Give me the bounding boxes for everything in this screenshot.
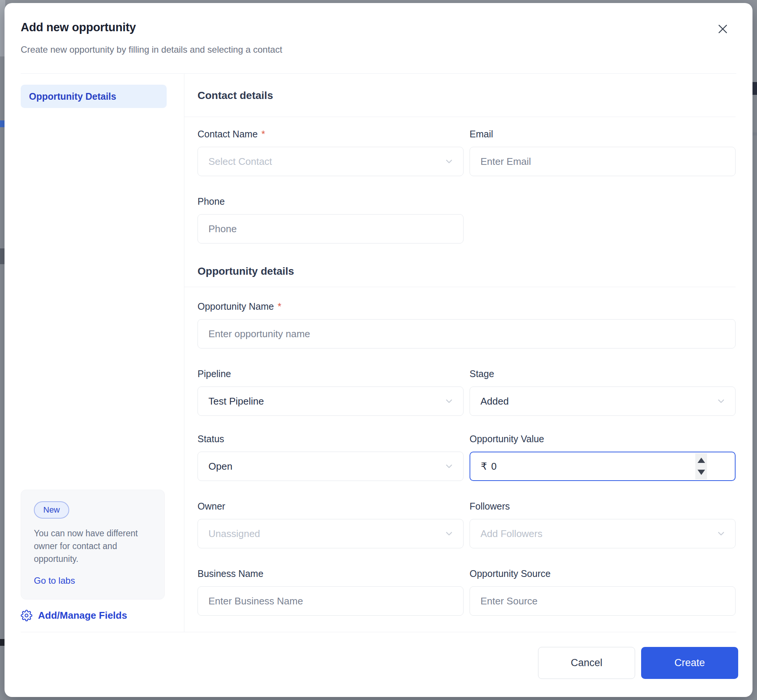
owner-field-group: Owner Unassigned [198, 500, 464, 548]
contact-details-heading: Contact details [198, 89, 735, 102]
sidebar-item-label: Opportunity Details [29, 91, 116, 102]
business-name-field[interactable] [198, 586, 464, 616]
stepper-down-button[interactable] [698, 470, 705, 475]
add-opportunity-modal: Add new opportunity Create new opportuni… [5, 3, 752, 697]
number-stepper [695, 453, 707, 480]
stage-label: Stage [470, 368, 735, 379]
status-label: Status [198, 433, 464, 444]
promo-text: You can now have different owner for con… [34, 527, 158, 565]
cancel-button[interactable]: Cancel [538, 647, 635, 679]
owner-label: Owner [198, 500, 464, 512]
gear-icon [21, 610, 32, 621]
header-divider [21, 73, 736, 74]
contact-name-select[interactable]: Select Contact [198, 147, 464, 176]
chevron-down-icon [444, 529, 454, 539]
modal-header: Add new opportunity Create new opportuni… [5, 3, 752, 74]
sidebar-spacer [21, 108, 184, 490]
opportunity-source-field[interactable] [470, 586, 735, 616]
form-content: Contact details Contact Name * Select Co… [184, 74, 752, 632]
phone-label: Phone [198, 196, 464, 207]
opportunity-name-field[interactable] [198, 319, 735, 348]
pipeline-field-group: Pipeline Test Pipeline [198, 368, 464, 416]
close-button[interactable] [715, 21, 730, 37]
required-asterisk: * [278, 301, 281, 312]
followers-field-group: Followers Add Followers [470, 500, 735, 548]
chevron-down-icon [444, 461, 454, 472]
add-manage-fields-label: Add/Manage Fields [38, 610, 127, 621]
close-icon [716, 23, 729, 35]
opportunity-value-field-group: Opportunity Value ₹ 0 [470, 433, 735, 481]
labs-promo-card: New You can now have different owner for… [21, 490, 165, 600]
stage-value: Added [481, 395, 509, 407]
stepper-up-button[interactable] [698, 458, 705, 463]
phone-field-group: Phone [198, 196, 464, 244]
section-divider [184, 287, 735, 287]
email-field[interactable] [470, 147, 735, 176]
email-field-group: Email [470, 128, 735, 176]
contact-name-placeholder: Select Contact [208, 156, 272, 167]
chevron-down-icon [444, 156, 454, 167]
section-divider [184, 117, 735, 117]
opportunity-name-label: Opportunity Name * [198, 301, 735, 312]
chevron-down-icon [444, 396, 454, 406]
opportunity-value-label: Opportunity Value [470, 433, 735, 444]
screen: Add new opportunity Create new opportuni… [0, 0, 757, 700]
email-label: Email [470, 128, 735, 140]
backdrop-fragment [752, 133, 757, 136]
status-value: Open [208, 461, 233, 472]
opportunity-details-heading: Opportunity details [198, 265, 735, 278]
create-button[interactable]: Create [641, 647, 738, 679]
phone-field[interactable] [198, 214, 464, 244]
sidebar-item-opportunity-details[interactable]: Opportunity Details [21, 85, 167, 108]
chevron-down-icon [716, 529, 726, 539]
opportunity-name-field-group: Opportunity Name * [198, 301, 735, 348]
pipeline-label: Pipeline [198, 368, 464, 379]
contact-name-label: Contact Name * [198, 128, 464, 140]
followers-select[interactable]: Add Followers [470, 519, 735, 548]
modal-subtitle: Create new opportunity by filling in det… [21, 44, 736, 56]
pipeline-select[interactable]: Test Pipeline [198, 386, 464, 416]
stage-select[interactable]: Added [470, 386, 735, 416]
sidebar: Opportunity Details New You can now have… [5, 74, 184, 632]
opportunity-source-field-group: Opportunity Source [470, 568, 735, 616]
contact-name-field-group: Contact Name * Select Contact [198, 128, 464, 176]
followers-label: Followers [470, 500, 735, 512]
modal-title: Add new opportunity [21, 20, 736, 34]
opportunity-value-input[interactable]: ₹ 0 [470, 452, 735, 481]
status-select[interactable]: Open [198, 452, 464, 481]
followers-placeholder: Add Followers [481, 528, 543, 540]
add-manage-fields-button[interactable]: Add/Manage Fields [21, 610, 184, 621]
modal-footer: Cancel Create [5, 632, 752, 697]
status-field-group: Status Open [198, 433, 464, 481]
new-badge: New [34, 501, 69, 519]
opportunity-value-amount: 0 [492, 461, 496, 472]
owner-placeholder: Unassigned [208, 528, 260, 540]
owner-select[interactable]: Unassigned [198, 519, 464, 548]
stage-field-group: Stage Added [470, 368, 735, 416]
backdrop-fragment [752, 82, 757, 95]
pipeline-value: Test Pipeline [208, 395, 264, 407]
business-name-label: Business Name [198, 568, 464, 579]
chevron-down-icon [716, 396, 726, 406]
required-asterisk: * [262, 128, 265, 140]
go-to-labs-link[interactable]: Go to labs [34, 575, 75, 586]
business-name-field-group: Business Name [198, 568, 464, 616]
opportunity-source-label: Opportunity Source [470, 568, 735, 579]
rupee-currency-symbol: ₹ [481, 461, 487, 472]
modal-body: Opportunity Details New You can now have… [5, 74, 752, 632]
